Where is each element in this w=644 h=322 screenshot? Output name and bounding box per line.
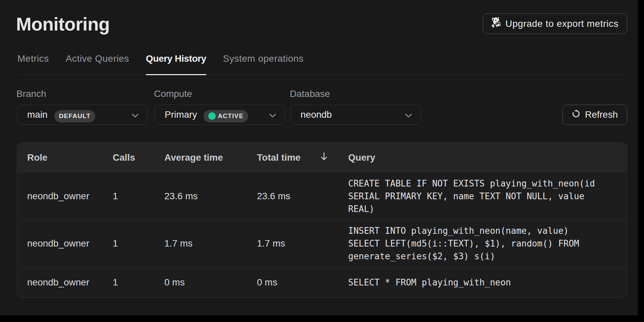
cell-role: neondb_owner: [27, 191, 113, 202]
sort-descending-icon[interactable]: [321, 152, 327, 163]
refresh-button[interactable]: Refresh: [562, 105, 627, 125]
compute-select[interactable]: Primary ACTIVE: [155, 105, 285, 125]
filter-select-value: main: [27, 109, 48, 120]
query-history-table: Role Calls Average time Total time Query…: [17, 143, 627, 298]
cell-role: neondb_owner: [27, 277, 113, 288]
cell-calls: 1: [113, 238, 164, 249]
chevron-down-icon: [131, 113, 139, 119]
database-select[interactable]: neondb: [290, 105, 421, 125]
column-header-calls[interactable]: Calls: [113, 152, 164, 163]
column-header-average-time[interactable]: Average time: [164, 152, 257, 163]
table-row[interactable]: neondb_owner 1 23.6 ms 23.6 ms CREATE TA…: [17, 172, 627, 220]
table-header-row: Role Calls Average time Total time Query: [17, 143, 627, 172]
cell-average-time: 0 ms: [164, 277, 257, 288]
chevron-down-icon: [269, 113, 276, 119]
cell-calls: 1: [113, 277, 164, 288]
cell-query: CREATE TABLE IF NOT EXISTS playing_with_…: [348, 177, 617, 215]
upgrade-button-label: Upgrade to export metrics: [505, 18, 619, 29]
branch-select[interactable]: main DEFAULT: [17, 105, 148, 125]
filter-group-compute: Compute Primary ACTIVE: [155, 89, 192, 99]
filter-label: Database: [290, 89, 330, 99]
filter-group-database: Database neondb: [290, 89, 330, 99]
monitoring-page: Monitoring Upgrade to export met: [0, 0, 638, 315]
upgrade-to-export-metrics-button[interactable]: Upgrade to export metrics: [483, 13, 627, 34]
cell-calls: 1: [113, 191, 164, 202]
chevron-down-icon: [405, 113, 412, 119]
column-header-total-time[interactable]: Total time: [257, 152, 348, 163]
page-title: Monitoring: [16, 15, 110, 34]
datadog-icon: [491, 17, 501, 31]
refresh-button-label: Refresh: [585, 109, 618, 120]
column-header-query[interactable]: Query: [348, 152, 617, 163]
tab-system-operations[interactable]: System operations: [223, 54, 304, 75]
cell-total-time: 0 ms: [257, 277, 348, 288]
filter-select-value: Primary: [165, 109, 197, 120]
table-row[interactable]: neondb_owner 1 1.7 ms 1.7 ms INSERT INTO…: [17, 220, 627, 267]
refresh-icon: [572, 109, 580, 120]
tab-bar: MetricsActive QueriesQuery HistorySystem…: [17, 54, 627, 75]
cell-query: SELECT * FROM playing_with_neon: [348, 276, 617, 289]
status-dot: [208, 112, 216, 120]
tab-query-history[interactable]: Query History: [146, 54, 206, 75]
column-header-role[interactable]: Role: [27, 152, 113, 163]
cell-average-time: 1.7 ms: [164, 238, 257, 249]
cell-average-time: 23.6 ms: [164, 191, 257, 202]
filter-label: Branch: [16, 89, 46, 99]
tab-active-queries[interactable]: Active Queries: [66, 54, 129, 75]
cell-total-time: 23.6 ms: [257, 191, 348, 202]
table-row[interactable]: neondb_owner 1 0 ms 0 ms SELECT * FROM p…: [17, 267, 627, 298]
filter-label: Compute: [154, 89, 192, 99]
default-badge: DEFAULT: [54, 110, 96, 122]
filter-group-branch: Branch main DEFAULT: [17, 89, 46, 99]
active-badge: ACTIVE: [204, 110, 248, 122]
filter-select-value: neondb: [301, 109, 332, 120]
cell-total-time: 1.7 ms: [257, 238, 348, 249]
tab-metrics[interactable]: Metrics: [17, 54, 49, 75]
cell-query: INSERT INTO playing_with_neon(name, valu…: [348, 224, 617, 263]
cell-role: neondb_owner: [27, 238, 113, 249]
